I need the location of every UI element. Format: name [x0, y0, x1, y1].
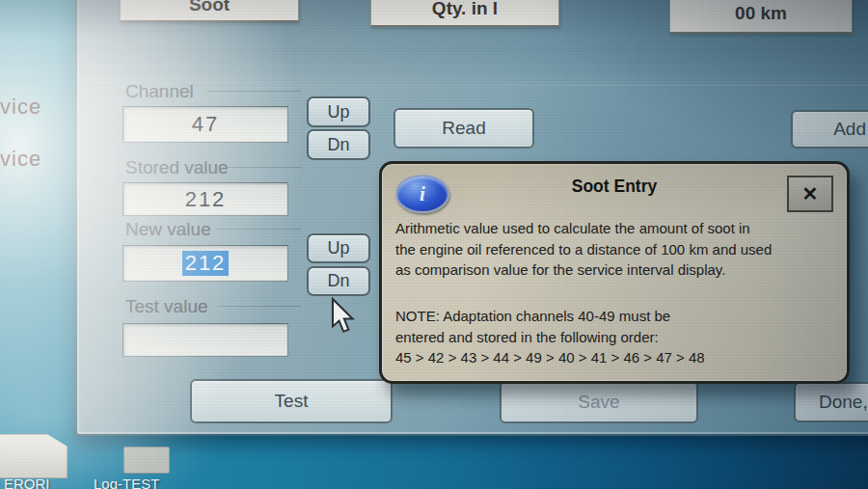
qty-value-label: Qty. in l	[432, 0, 498, 19]
cursor-icon	[330, 297, 357, 340]
background-window-text: vice	[0, 95, 41, 120]
groupbox-line	[206, 91, 301, 92]
close-button[interactable]: ✕	[787, 176, 833, 212]
soot-value-box: Soot	[120, 0, 299, 22]
dialog-title: Soot Entry	[382, 177, 847, 197]
test-value-input[interactable]	[122, 323, 288, 357]
groupbox-line	[218, 306, 301, 307]
log-test-file-icon[interactable]	[123, 447, 170, 474]
test-button[interactable]: Test	[190, 379, 393, 423]
soot-value-label: Soot	[189, 0, 230, 15]
channel-input[interactable]: 47	[122, 106, 288, 143]
new-value-input[interactable]: 212	[122, 245, 288, 282]
channel-down-button[interactable]: Dn	[307, 129, 370, 160]
channel-up-button[interactable]: Up	[307, 96, 370, 127]
body-line: the engine oil referenced to a distance …	[395, 239, 772, 260]
erori-file-icon[interactable]	[0, 434, 68, 478]
km-value-box: 00 km	[669, 0, 853, 34]
screen-photo: Soot Qty. in l 00 km Channel 47 Up Dn Re…	[0, 0, 868, 489]
close-icon: ✕	[802, 182, 819, 205]
desktop-icon-label[interactable]: Log-TEST	[94, 475, 159, 489]
dialog-body: Arithmetic value used to calculate the a…	[395, 218, 772, 281]
add-to-log-button[interactable]: Add	[791, 110, 868, 149]
groupbox-line	[228, 167, 301, 168]
read-button[interactable]: Read	[393, 108, 534, 149]
stored-value-field: 212	[122, 182, 288, 216]
body-line: Arithmetic value used to calculate the a…	[395, 218, 772, 239]
note-line: NOTE: Adaptation channels 40-49 must be	[395, 306, 705, 327]
channel-label: Channel	[125, 81, 194, 102]
test-value-label: Test value	[125, 296, 208, 317]
stored-value-label: Stored value	[125, 157, 229, 178]
soot-entry-dialog: i Soot Entry ✕ Arithmetic value used to …	[379, 161, 850, 384]
km-value-label: 00 km	[735, 3, 787, 24]
qty-value-box: Qty. in l	[370, 0, 559, 27]
groupbox-line	[216, 229, 301, 230]
new-value-up-button[interactable]: Up	[307, 233, 370, 263]
dialog-note: NOTE: Adaptation channels 40-49 must be …	[395, 306, 705, 368]
new-value-down-button[interactable]: Dn	[307, 266, 370, 296]
save-button[interactable]: Save	[500, 381, 698, 423]
desktop-icon-label[interactable]: ERORI	[4, 475, 50, 489]
new-value-label: New value	[125, 219, 211, 240]
selected-text: 212	[182, 251, 230, 276]
note-line: entered and stored in the following orde…	[395, 327, 705, 348]
note-line: 45 > 42 > 43 > 44 > 49 > 40 > 41 > 46 > …	[395, 347, 705, 368]
done-button[interactable]: Done,	[794, 382, 868, 422]
body-line: as comparison value for the service inte…	[395, 259, 772, 281]
background-window-text: vice	[0, 147, 41, 172]
